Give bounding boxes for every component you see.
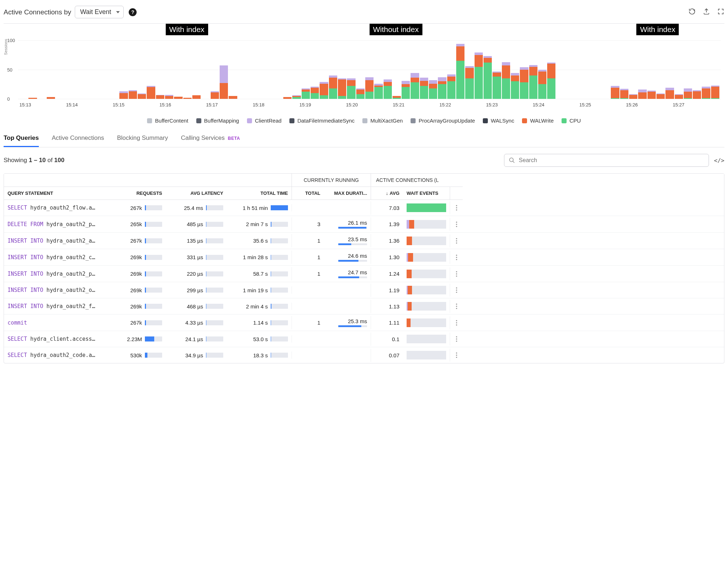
chart-bar[interactable]: [83, 35, 91, 99]
chart-bar[interactable]: [620, 35, 628, 99]
tab-calling-services[interactable]: Calling Services BETA: [181, 134, 240, 147]
chart-bar[interactable]: [493, 35, 501, 99]
help-icon[interactable]: ?: [129, 8, 137, 16]
chart-bar[interactable]: [119, 35, 128, 99]
legend-item[interactable]: BufferContent: [147, 118, 188, 124]
chart-bar[interactable]: [520, 35, 528, 99]
chart-bar[interactable]: [384, 35, 392, 99]
chart-bar[interactable]: [129, 35, 137, 99]
chart-bar[interactable]: [675, 35, 683, 99]
row-menu-icon[interactable]: [450, 234, 463, 247]
chart-bar[interactable]: [511, 35, 519, 99]
chart-bar[interactable]: [183, 35, 192, 99]
tab-top-queries[interactable]: Top Queries: [4, 134, 39, 147]
col-run-total[interactable]: TOTAL: [292, 187, 324, 200]
chart-bar[interactable]: [247, 35, 255, 99]
col-total[interactable]: TOTAL TIME: [227, 187, 292, 200]
chart-bar[interactable]: [402, 35, 410, 99]
row-menu-icon[interactable]: [450, 267, 463, 280]
table-row[interactable]: SELECT hydra_oauth2_flow.a…267k25.4 ms1 …: [4, 200, 724, 216]
chart-bar[interactable]: [65, 35, 73, 99]
chart-bar[interactable]: [583, 35, 592, 99]
row-menu-icon[interactable]: [450, 300, 463, 313]
chart-bar[interactable]: [211, 35, 219, 99]
chart-bar[interactable]: [101, 35, 110, 99]
fullscreen-icon[interactable]: [717, 8, 724, 16]
chart-bar[interactable]: [138, 35, 146, 99]
table-row[interactable]: INSERT INTO hydra_oauth2_c…269k331 µs1 m…: [4, 249, 724, 265]
legend-item[interactable]: DataFileImmediateSync: [289, 118, 354, 124]
chart-bar[interactable]: [74, 35, 82, 99]
chart-bar[interactable]: [638, 35, 646, 99]
table-row[interactable]: SELECT hydra_client.access…2.23M24.1 µs5…: [4, 331, 724, 347]
chart-bar[interactable]: [538, 35, 546, 99]
legend-item[interactable]: CPU: [562, 118, 581, 124]
table-row[interactable]: INSERT INTO hydra_oauth2_f…269k468 µs2 m…: [4, 298, 724, 314]
chart-bar[interactable]: [484, 35, 492, 99]
table-row[interactable]: commit267k4.33 µs1.14 s125.3 ms1.11: [4, 314, 724, 331]
chart-bar[interactable]: [566, 35, 574, 99]
row-menu-icon[interactable]: [450, 333, 463, 345]
chart-bar[interactable]: [347, 35, 355, 99]
search-input-wrap[interactable]: [504, 154, 709, 167]
chart-bar[interactable]: [702, 35, 710, 99]
row-menu-icon[interactable]: [450, 218, 463, 231]
legend-item[interactable]: BufferMapping: [196, 118, 239, 124]
col-run-max[interactable]: MAX DURATI...: [324, 187, 371, 200]
chart-bar[interactable]: [438, 35, 446, 99]
chart-bar[interactable]: [665, 35, 674, 99]
chart-bar[interactable]: [411, 35, 419, 99]
chart-bar[interactable]: [611, 35, 619, 99]
legend-item[interactable]: ProcArrayGroupUpdate: [411, 118, 475, 124]
chart-bar[interactable]: [456, 35, 464, 99]
chart-bar[interactable]: [302, 35, 310, 99]
chart-bar[interactable]: [110, 35, 119, 99]
table-row[interactable]: SELECT hydra_oauth2_code.a…530k34.9 µs18…: [4, 347, 724, 363]
chart-bar[interactable]: [465, 35, 473, 99]
col-avg[interactable]: ↓AVG: [371, 187, 403, 200]
chart-bar[interactable]: [629, 35, 637, 99]
groupby-dropdown[interactable]: Wait Event: [75, 6, 124, 18]
table-row[interactable]: INSERT INTO hydra_oauth2_o…269k299 µs1 m…: [4, 282, 724, 298]
chart-bar[interactable]: [529, 35, 537, 99]
legend-item[interactable]: WALSync: [483, 118, 514, 124]
search-input[interactable]: [519, 157, 704, 164]
row-menu-icon[interactable]: [450, 316, 463, 329]
chart-bar[interactable]: [684, 35, 692, 99]
chart-bar[interactable]: [192, 35, 201, 99]
chart-bar[interactable]: [447, 35, 455, 99]
chart-bar[interactable]: [19, 35, 28, 99]
table-row[interactable]: DELETE FROM hydra_oauth2_p…265k485 µs2 m…: [4, 216, 724, 232]
chart-bar[interactable]: [28, 35, 37, 99]
export-icon[interactable]: [703, 8, 710, 16]
chart-bar[interactable]: [475, 35, 483, 99]
chart-bar[interactable]: [47, 35, 55, 99]
col-query[interactable]: QUERY STATEMENT: [4, 187, 108, 200]
chart-bar[interactable]: [429, 35, 437, 99]
chart-bar[interactable]: [147, 35, 155, 99]
chart-bar[interactable]: [320, 35, 328, 99]
table-row[interactable]: INSERT INTO hydra_oauth2_p…269k220 µs58.…: [4, 265, 724, 282]
chart-bar[interactable]: [38, 35, 46, 99]
chart-bar[interactable]: [238, 35, 246, 99]
legend-item[interactable]: WALWrite: [522, 118, 554, 124]
chart-bar[interactable]: [92, 35, 101, 99]
chart-bar[interactable]: [274, 35, 283, 99]
row-menu-icon[interactable]: [450, 201, 463, 214]
chart-bar[interactable]: [156, 35, 164, 99]
code-toggle-icon[interactable]: </>: [714, 157, 724, 164]
chart-bar[interactable]: [556, 35, 564, 99]
chart-bar[interactable]: [256, 35, 264, 99]
chart-bar[interactable]: [201, 35, 210, 99]
chart-bar[interactable]: [393, 35, 401, 99]
chart-bar[interactable]: [711, 35, 719, 99]
chart-bar[interactable]: [329, 35, 337, 99]
chart-bar[interactable]: [265, 35, 273, 99]
chart-bar[interactable]: [374, 35, 383, 99]
chart-bar[interactable]: [574, 35, 583, 99]
tab-blocking-summary[interactable]: Blocking Summary: [117, 134, 168, 147]
chart-bar[interactable]: [656, 35, 665, 99]
chart-bar[interactable]: [693, 35, 701, 99]
chart-bar[interactable]: [56, 35, 64, 99]
col-wait[interactable]: WAIT EVENTS: [403, 187, 450, 200]
